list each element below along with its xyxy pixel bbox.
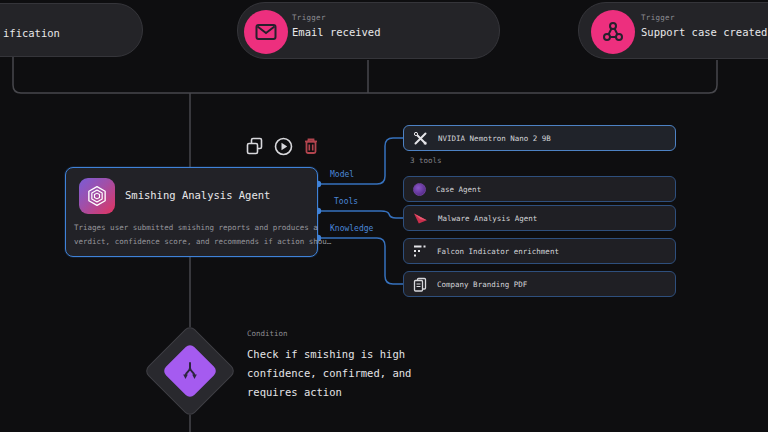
- tool-node-label: Malware Analysis Agent: [438, 214, 537, 223]
- tool-node-label: Falcon Indicator enrichment: [437, 247, 559, 256]
- node-knowledge-pdf[interactable]: Company Branding PDF: [403, 271, 676, 297]
- run-icon[interactable]: [273, 136, 293, 156]
- node-trigger-partial[interactable]: ification: [0, 3, 143, 57]
- node-trigger-email[interactable]: Trigger Email received: [237, 2, 500, 59]
- dotted-grid-icon: [413, 244, 427, 258]
- document-icon: [413, 277, 427, 292]
- prism-agent-icon: [79, 178, 115, 214]
- delete-icon[interactable]: [301, 136, 321, 156]
- trigger-support-title: Support case created: [641, 26, 767, 38]
- condition-text: Check if smishing is high confidence, co…: [247, 345, 411, 402]
- edge-label-model: Model: [330, 170, 354, 179]
- agent-description: Triages user submitted smishing reports …: [74, 221, 331, 249]
- edge-tools: [318, 211, 403, 218]
- node-tool-case-agent[interactable]: Case Agent: [403, 176, 676, 202]
- edge-trigger-bus: [13, 57, 717, 93]
- purple-orb-icon: [413, 183, 426, 196]
- condition-kind-label: Condition: [247, 329, 288, 338]
- node-smishing-agent[interactable]: Smishing Analysis Agent Triages user sub…: [65, 167, 318, 257]
- crossed-tools-icon: [413, 131, 428, 146]
- edge-label-knowledge: Knowledge: [330, 224, 373, 233]
- node-tool-malware-agent[interactable]: Malware Analysis Agent: [403, 205, 676, 231]
- node-toolbar: [245, 136, 321, 156]
- knowledge-node-label: Company Branding PDF: [437, 280, 527, 289]
- email-icon: [244, 10, 288, 54]
- trigger-kind-label: Trigger: [292, 13, 381, 22]
- node-tool-falcon-indicator[interactable]: Falcon Indicator enrichment: [403, 238, 676, 264]
- trigger-partial-label: ification: [3, 27, 60, 39]
- branch-split-icon: [162, 343, 219, 400]
- workflow-canvas[interactable]: ification Trigger Email received Trigger: [0, 0, 768, 432]
- workflow-knot-icon: [591, 10, 635, 54]
- red-swoosh-icon: [413, 211, 428, 225]
- agent-title: Smishing Analysis Agent: [125, 189, 270, 201]
- trigger-kind-label: Trigger: [641, 13, 767, 22]
- tool-node-label: Case Agent: [436, 185, 481, 194]
- tools-count-label: 3 tools: [410, 156, 442, 165]
- model-node-label: NVIDIA Nemotron Nano 2 9B: [438, 134, 551, 143]
- duplicate-icon[interactable]: [245, 136, 265, 156]
- edge-label-tools: Tools: [334, 197, 358, 206]
- node-model-nvidia[interactable]: NVIDIA Nemotron Nano 2 9B: [403, 125, 676, 151]
- node-trigger-support[interactable]: Trigger Support case created: [578, 2, 768, 59]
- trigger-email-title: Email received: [292, 26, 381, 38]
